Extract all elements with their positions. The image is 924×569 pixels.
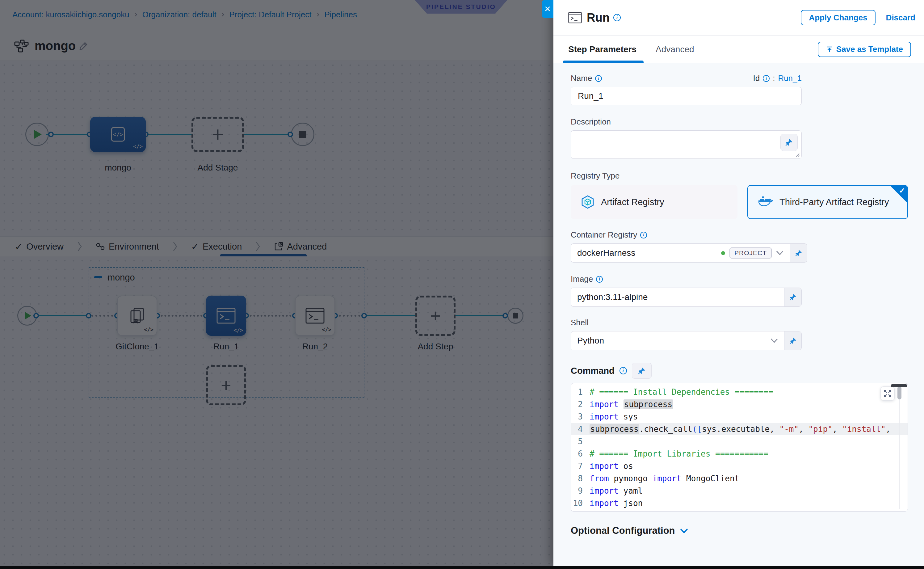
registry-option-third-party[interactable]: Third-Party Artifact Registry ✓	[747, 185, 908, 219]
code-line[interactable]: 7import os	[571, 460, 907, 472]
step-config-drawer: ✕ Run i Apply Changes Discard Step Param…	[553, 0, 924, 566]
info-icon[interactable]: i	[613, 14, 621, 21]
code-line[interactable]: 6# ====== Import Libraries ===========	[571, 447, 907, 460]
tab-advanced[interactable]: Advanced	[656, 44, 694, 54]
command-label: Command	[571, 366, 615, 376]
line-number: 10	[571, 499, 587, 508]
shell-label: Shell	[571, 318, 911, 327]
editor-hscrollbar-thumb[interactable]	[891, 384, 907, 387]
editor-scrollbar-track	[899, 386, 900, 509]
check-icon: ✓	[899, 186, 905, 195]
connectivity-status-dot	[721, 251, 725, 255]
drawer-title: Run	[587, 11, 609, 24]
name-label: Name	[571, 73, 592, 83]
registry-type-label: Registry Type	[571, 171, 911, 181]
chevron-down-icon[interactable]	[776, 251, 784, 256]
step-id-line: Id i : Run_1	[753, 73, 802, 83]
code-line[interactable]: 10import json	[571, 497, 907, 510]
apply-changes-label: Apply Changes	[809, 13, 867, 23]
pushpin-icon	[789, 294, 797, 301]
command-code-editor[interactable]: 1# ====== Install Dependencies ========2…	[571, 383, 908, 511]
shell-select[interactable]: Python	[571, 332, 784, 350]
info-icon[interactable]: i	[763, 75, 770, 82]
pushpin-icon	[785, 138, 793, 146]
container-registry-field: dockerHarness PROJECT	[571, 243, 807, 263]
save-as-template-button[interactable]: Save as Template	[818, 42, 911, 57]
drawer-tab-bar: Step Parameters Advanced Save as Templat…	[553, 35, 924, 63]
code-line[interactable]: 9import yaml	[571, 485, 907, 497]
tab-step-parameters[interactable]: Step Parameters	[568, 44, 637, 54]
line-number: 9	[571, 486, 587, 496]
name-input[interactable]	[571, 87, 802, 105]
code-text: import json	[587, 499, 643, 508]
chevron-down-icon	[680, 528, 688, 534]
pushpin-icon	[795, 249, 802, 257]
artifact-registry-icon	[581, 195, 594, 209]
fullscreen-icon	[883, 389, 892, 397]
pin-runtime-input-button[interactable]	[790, 244, 807, 262]
code-text: # ====== Install Dependencies ========	[587, 387, 773, 397]
image-label: Image i	[571, 274, 911, 284]
info-icon[interactable]: i	[620, 367, 627, 374]
image-input[interactable]: python:3.11-alpine	[571, 288, 784, 306]
registry-option-label: Artifact Registry	[601, 197, 664, 207]
line-number: 8	[571, 474, 587, 483]
pin-runtime-input-button[interactable]	[784, 288, 801, 306]
line-number: 2	[571, 400, 587, 409]
pin-runtime-input-button[interactable]	[632, 363, 652, 379]
image-value: python:3.11-alpine	[577, 292, 778, 302]
save-as-template-label: Save as Template	[836, 44, 903, 54]
modal-dim-overlay	[0, 0, 553, 569]
code-text: # ====== Import Libraries ===========	[587, 449, 768, 458]
code-line[interactable]: 8from pymongo import MongoClient	[571, 472, 907, 485]
shell-value: Python	[577, 336, 766, 346]
active-tab-underline	[563, 61, 644, 63]
editor-scrollbar-thumb[interactable]	[897, 386, 901, 399]
optional-configuration-toggle[interactable]: Optional Configuration	[571, 525, 911, 536]
id-separator: :	[773, 73, 775, 83]
pin-runtime-input-button[interactable]	[780, 134, 798, 151]
line-number: 4	[571, 424, 587, 434]
pushpin-icon	[638, 367, 646, 375]
line-number: 5	[571, 437, 587, 446]
code-line[interactable]: 3import sys	[571, 411, 907, 423]
close-drawer-button[interactable]: ✕	[542, 0, 553, 18]
code-line[interactable]: 5	[571, 435, 907, 447]
command-code-lines: 1# ====== Install Dependencies ========2…	[571, 386, 907, 510]
code-line[interactable]: 2import subprocess	[571, 398, 907, 411]
discard-button[interactable]: Discard	[886, 13, 915, 23]
terminal-icon	[568, 12, 582, 23]
code-text: import sys	[587, 412, 638, 421]
registry-option-label: Third-Party Artifact Registry	[780, 197, 889, 207]
code-text: subprocess.check_call([sys.executable, "…	[587, 424, 891, 434]
description-label: Description	[571, 117, 911, 127]
info-icon[interactable]: i	[595, 75, 602, 82]
info-icon[interactable]: i	[640, 232, 647, 239]
code-text: import yaml	[587, 486, 643, 496]
apply-changes-button[interactable]: Apply Changes	[801, 10, 875, 25]
container-registry-value: dockerHarness	[577, 248, 717, 258]
code-line[interactable]: 1# ====== Install Dependencies ========	[571, 386, 907, 398]
container-registry-select[interactable]: dockerHarness PROJECT	[571, 244, 790, 262]
line-number: 1	[571, 387, 587, 397]
description-textarea[interactable]	[571, 130, 802, 159]
pin-runtime-input-button[interactable]	[784, 332, 801, 350]
name-label-row: Name i	[571, 73, 602, 83]
line-number: 3	[571, 412, 587, 421]
line-number: 7	[571, 461, 587, 471]
id-label: Id	[753, 73, 760, 83]
bottom-window-edge	[0, 566, 924, 569]
code-text: from pymongo import MongoClient	[587, 474, 739, 483]
pushpin-icon	[789, 337, 797, 344]
resize-handle-icon[interactable]	[795, 152, 799, 157]
expand-editor-button[interactable]	[880, 386, 895, 401]
line-number: 6	[571, 449, 587, 458]
code-text: import os	[587, 461, 633, 471]
chevron-down-icon[interactable]	[771, 338, 778, 343]
registry-option-artifact-registry[interactable]: Artifact Registry	[571, 185, 737, 219]
code-line[interactable]: 4subprocess.check_call([sys.executable, …	[571, 423, 907, 435]
info-icon[interactable]: i	[596, 276, 603, 283]
scope-badge: PROJECT	[729, 247, 772, 259]
shell-field: Python	[571, 331, 802, 350]
image-field: python:3.11-alpine	[571, 288, 802, 307]
